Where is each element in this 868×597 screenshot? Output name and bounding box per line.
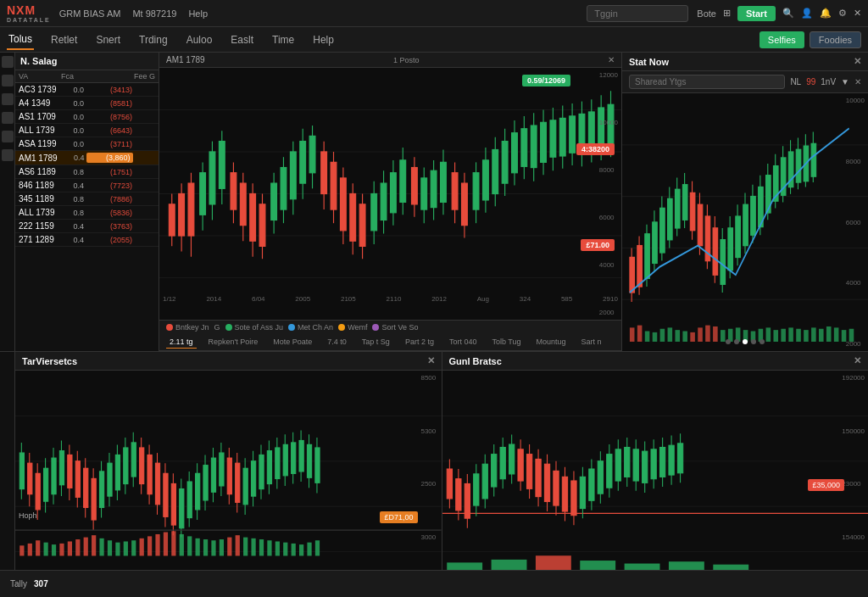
main-chart-tabs: 2.11 tg Repken't Poire Mote Poate 7.4 t0…: [159, 334, 621, 351]
svg-rect-278: [164, 533, 168, 556]
chart-tab-5[interactable]: Part 2 tg: [402, 336, 437, 349]
list-item[interactable]: 846 1189 0.4 (7723): [15, 179, 159, 192]
tally-value: 307: [34, 579, 48, 589]
icon-settings[interactable]: ⚙: [838, 8, 847, 19]
nav-easlt[interactable]: Easlt: [229, 31, 255, 49]
svg-rect-279: [171, 531, 175, 555]
menu-mt[interactable]: Mt 987219: [132, 8, 176, 19]
stat-chart-canvas: 10000 8000 6000 4000 2000: [622, 93, 868, 351]
nav-time[interactable]: Time: [270, 31, 296, 49]
stat-dropdown[interactable]: ▼: [841, 77, 849, 86]
svg-rect-281: [187, 536, 192, 555]
svg-rect-99: [630, 257, 635, 292]
bottom-right-close[interactable]: ✕: [854, 355, 861, 366]
sidebar-icon-5[interactable]: [2, 131, 14, 142]
list-item[interactable]: ALL 1739 0.0 (6643): [15, 124, 159, 137]
menu-help[interactable]: Help: [188, 8, 208, 19]
wl-col-va: VA: [19, 72, 61, 81]
list-item[interactable]: A4 1349 0.0 (8581): [15, 97, 159, 110]
logo-sub: DATATALE: [7, 17, 51, 23]
svg-rect-276: [147, 536, 152, 555]
sidebar-icon-4[interactable]: [2, 112, 14, 124]
stat-candlestick-chart: [622, 93, 868, 351]
icon-grid[interactable]: ⊞: [723, 8, 731, 19]
list-item[interactable]: AC3 1739 0.0 (3413): [15, 83, 159, 97]
menu-crm[interactable]: GRM BIAS AM: [59, 8, 121, 19]
svg-rect-267: [75, 539, 80, 555]
nav-trding[interactable]: Trding: [137, 31, 170, 49]
list-item[interactable]: AS1 1709 0.0 (8756): [15, 110, 159, 124]
svg-rect-101: [637, 246, 643, 287]
svg-rect-264: [52, 544, 56, 555]
list-item[interactable]: 271 1289 0.4 (2055): [15, 233, 159, 247]
price-badge-right-1: 4:38200: [576, 143, 615, 155]
legend-item-3: Met Ch An: [288, 323, 333, 332]
sidebar-icon-1[interactable]: [2, 56, 14, 68]
bottom-left-header: TarViersetcs ✕: [15, 352, 442, 371]
chart-tab-3[interactable]: 7.4 t0: [324, 336, 350, 349]
chart-tab-7[interactable]: Tolb Tug: [488, 336, 524, 349]
stat-dot-3[interactable]: [751, 339, 756, 344]
nav-help[interactable]: Help: [311, 31, 336, 49]
list-item[interactable]: 222 1159 0.4 (3763): [15, 220, 159, 233]
legend-dot-0: [166, 324, 173, 331]
main-chart-canvas: 0.59/12069 4:38200 £71.00 12000 10000 80…: [159, 68, 621, 320]
svg-rect-287: [236, 535, 240, 555]
list-item[interactable]: 345 1189 0.8 (7886): [15, 192, 159, 206]
stat-dot-4[interactable]: [760, 339, 765, 344]
stat-dot-2[interactable]: [743, 339, 748, 344]
chart-tab-6[interactable]: Tort 040: [446, 336, 481, 349]
svg-rect-294: [292, 544, 296, 556]
svg-rect-268: [84, 538, 88, 556]
chart-tab-0[interactable]: 2.11 tg: [166, 336, 197, 349]
svg-rect-159: [705, 326, 710, 342]
icon-search[interactable]: 🔍: [782, 8, 794, 19]
sidebar-icon-6[interactable]: [2, 149, 14, 161]
sidebar-icon-3[interactable]: [2, 93, 14, 105]
legend-item-5: Sort Ve So: [372, 323, 418, 332]
main-chart-legend: Bntkey Jn G Sote of Ass Ju Met Ch An Wem…: [159, 320, 621, 334]
stat-close-small[interactable]: ✕: [854, 77, 861, 86]
chart-tab-1[interactable]: Repken't Poire: [205, 336, 262, 349]
stat-dot-0[interactable]: [726, 339, 731, 344]
stat-control-1nv[interactable]: 1nV: [821, 77, 836, 86]
nav-auloo[interactable]: Auloo: [185, 31, 214, 49]
stat-control-nl[interactable]: NL: [790, 77, 801, 86]
svg-rect-155: [675, 330, 680, 342]
stat-panel-header: Stat Now ✕: [622, 53, 868, 71]
price-badge-top: 0.59/12069: [522, 75, 570, 86]
list-item[interactable]: ALL 1739 0.8 (5836): [15, 206, 159, 220]
stat-dot-1[interactable]: [734, 339, 739, 344]
nav-retlet[interactable]: Retlet: [49, 31, 79, 49]
list-item[interactable]: ASA 1199 0.0 (3711): [15, 137, 159, 151]
bottom-left-close[interactable]: ✕: [427, 355, 435, 366]
stat-search-input[interactable]: [629, 75, 785, 89]
nav-tolus[interactable]: Tolus: [7, 30, 34, 50]
svg-rect-113: [682, 185, 687, 220]
svg-rect-269: [92, 535, 96, 555]
list-item[interactable]: AM1 1789 0.4 (3,860): [15, 151, 159, 165]
chart-tab-2[interactable]: Mote Poate: [270, 336, 315, 349]
selfies-button[interactable]: Selfies: [760, 31, 804, 48]
svg-rect-105: [653, 222, 658, 263]
nav-right-buttons: Selfies Foodies: [760, 31, 861, 48]
sidebar-icon-2[interactable]: [2, 75, 14, 86]
main-chart-info: 1 Posto: [393, 56, 420, 64]
main-chart-close[interactable]: ✕: [608, 55, 615, 64]
foodies-button[interactable]: Foodies: [810, 31, 861, 48]
icon-close[interactable]: ✕: [854, 8, 861, 19]
icon-user[interactable]: 👤: [801, 8, 813, 19]
list-item[interactable]: AS6 1189 0.8 (1751): [15, 165, 159, 179]
top-search-input[interactable]: [587, 5, 688, 22]
stat-control-99[interactable]: 99: [806, 77, 815, 86]
chart-tab-9[interactable]: Sart n: [578, 336, 605, 349]
start-button[interactable]: Start: [737, 6, 776, 21]
nav-snert[interactable]: Snert: [94, 31, 122, 49]
stat-panel-close[interactable]: ✕: [854, 56, 861, 67]
chart-tab-4[interactable]: Tap t Sg: [359, 336, 393, 349]
chart-tab-8[interactable]: Mountug: [532, 336, 569, 349]
legend-item-0: Bntkey Jn: [166, 323, 209, 332]
icon-bell[interactable]: 🔔: [820, 8, 832, 19]
svg-rect-297: [315, 540, 320, 555]
svg-rect-156: [682, 332, 687, 342]
